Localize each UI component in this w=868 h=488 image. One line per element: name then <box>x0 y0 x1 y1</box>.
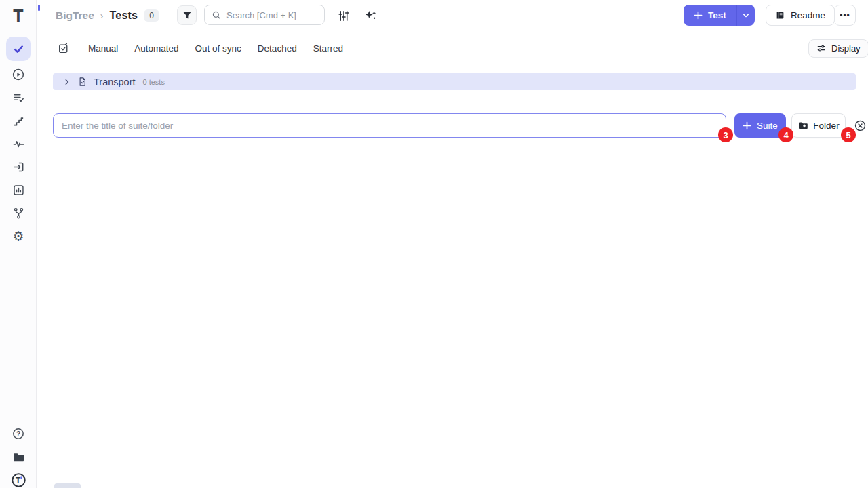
import-arrow-icon <box>12 161 25 174</box>
new-test-label: Test <box>708 10 726 20</box>
readme-button[interactable]: Readme <box>766 5 835 26</box>
book-icon <box>775 10 785 20</box>
plus-icon <box>743 121 751 130</box>
funnel-icon <box>182 10 193 21</box>
help-circle-icon: ? <box>12 427 25 441</box>
svg-text:T: T <box>16 475 21 485</box>
breadcrumb-project[interactable]: BigTree <box>56 9 94 22</box>
display-label: Display <box>831 43 861 54</box>
tab-automated[interactable]: Automated <box>134 43 178 54</box>
tab-detached[interactable]: Detached <box>258 43 297 54</box>
chevron-down-icon <box>742 12 750 20</box>
svg-text:?: ? <box>16 430 20 438</box>
ellipsis-icon: ••• <box>840 11 850 20</box>
sidebar-item-pulse[interactable] <box>6 132 31 155</box>
new-test-split-button: Test <box>684 5 755 26</box>
sliders-horizontal-icon <box>816 43 827 54</box>
sidebar: T <box>0 0 37 488</box>
search-icon <box>212 10 222 20</box>
plus-icon <box>694 11 703 20</box>
suite-test-count: 0 tests <box>143 78 165 86</box>
git-branch-icon <box>12 207 25 220</box>
filter-button[interactable] <box>177 5 197 25</box>
stairs-icon <box>12 115 25 127</box>
check-icon <box>12 43 25 56</box>
ai-assist-button[interactable] <box>363 7 378 23</box>
breadcrumb: BigTree › Tests 0 <box>56 7 159 24</box>
document-check-icon <box>77 77 87 87</box>
search-input[interactable] <box>226 10 315 20</box>
list-check-icon <box>12 92 25 104</box>
add-folder-label: Folder <box>813 121 839 131</box>
display-button[interactable]: Display <box>808 39 868 58</box>
sidebar-item-steps[interactable] <box>6 109 31 132</box>
chevron-right-icon <box>63 78 71 86</box>
logo-letter: T <box>13 7 23 24</box>
add-suite-label: Suite <box>757 121 778 131</box>
tab-out-of-sync[interactable]: Out of sync <box>195 43 241 54</box>
add-folder-button[interactable]: Folder <box>791 113 846 138</box>
suite-title: Transport <box>94 77 136 87</box>
new-test-dropdown-button[interactable] <box>736 5 755 26</box>
annotation-badge-3: 3 <box>718 127 733 142</box>
tests-count-badge: 0 <box>144 9 159 22</box>
activity-icon <box>12 138 25 150</box>
cancel-create-button[interactable] <box>854 119 867 132</box>
suite-title-input[interactable] <box>53 113 726 138</box>
sidebar-item-import[interactable] <box>6 155 31 178</box>
logo-tick-icon <box>38 5 40 11</box>
new-test-button[interactable]: Test <box>684 5 736 26</box>
x-circle-icon <box>854 119 867 132</box>
adjustments-button[interactable] <box>336 8 351 23</box>
app-window: T <box>0 0 868 488</box>
sparkles-icon <box>364 9 378 22</box>
tab-manual[interactable]: Manual <box>88 43 118 54</box>
sidebar-item-account[interactable]: T <box>6 468 31 488</box>
suite-row-transport[interactable]: Transport 0 tests <box>53 73 856 90</box>
sidebar-item-branches[interactable] <box>6 201 31 224</box>
folder-icon <box>12 451 25 464</box>
sidebar-item-tests[interactable] <box>6 37 31 61</box>
annotation-badge-4: 4 <box>778 127 793 142</box>
bar-chart-icon <box>12 184 25 197</box>
search-box <box>204 5 325 25</box>
app-logo[interactable]: T <box>0 4 37 27</box>
sidebar-item-settings[interactable]: ⚙ <box>6 224 31 247</box>
select-all-button[interactable] <box>58 43 69 54</box>
more-options-button[interactable]: ••• <box>834 5 856 26</box>
sidebar-item-plans[interactable] <box>6 86 31 109</box>
sidebar-item-analytics[interactable] <box>6 178 31 201</box>
partial-element-bottom <box>54 483 81 488</box>
page-title: Tests <box>110 9 138 22</box>
filter-tabs: Manual Automated Out of sync Detached St… <box>88 43 343 54</box>
logo-circle-icon: T <box>11 472 26 488</box>
sliders-vertical-icon <box>337 9 350 22</box>
sidebar-item-projects[interactable] <box>6 445 31 468</box>
gear-icon: ⚙ <box>12 230 24 243</box>
sidebar-item-runs[interactable] <box>6 63 31 86</box>
checkbox-check-icon <box>58 43 69 54</box>
tab-starred[interactable]: Starred <box>313 43 343 54</box>
breadcrumb-separator: › <box>100 10 104 21</box>
annotation-badge-5: 5 <box>841 127 856 142</box>
folder-plus-icon <box>797 120 808 131</box>
readme-label: Readme <box>791 10 825 20</box>
sidebar-item-help[interactable]: ? <box>6 422 31 445</box>
play-circle-icon <box>12 68 25 81</box>
